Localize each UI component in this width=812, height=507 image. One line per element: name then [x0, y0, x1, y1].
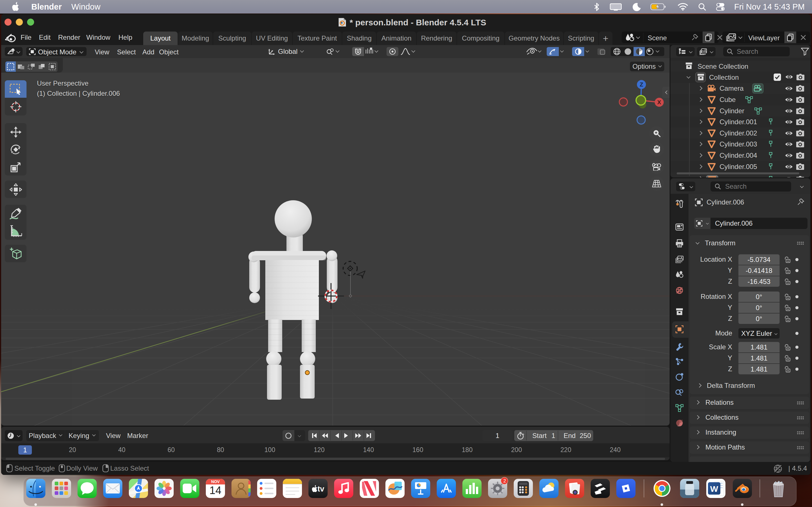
svg-text:Z: Z [640, 81, 643, 88]
svg-text:X: X [657, 99, 661, 105]
